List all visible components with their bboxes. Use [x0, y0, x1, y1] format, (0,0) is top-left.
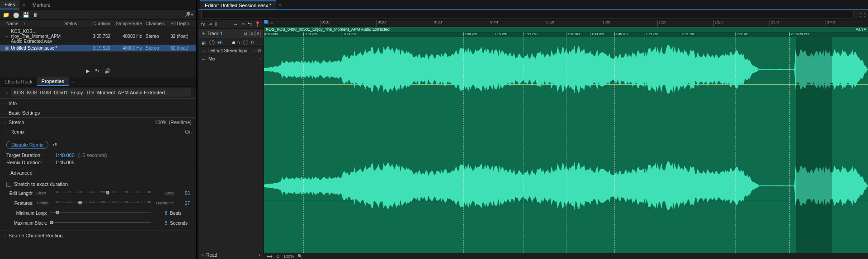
pan-icon: ⏺⦶: [231, 40, 241, 45]
track-name[interactable]: Track 1: [208, 31, 222, 36]
pan-value[interactable]: 0: [251, 40, 254, 45]
section-source-channel-routing[interactable]: ›Source Channel Routing: [0, 231, 196, 240]
file-row[interactable]: ▣ Untitled Session.sesx * 3:19.520 48000…: [0, 45, 196, 51]
tab-markers[interactable]: Markers: [28, 1, 55, 9]
track-io-chevron-icon[interactable]: …: [256, 40, 261, 45]
arm-record-button[interactable]: R: [255, 31, 261, 36]
stretch-exact-checkbox[interactable]: [6, 182, 11, 187]
tab-properties[interactable]: Properties: [37, 77, 69, 86]
tool-move-icon[interactable]: ↔: [233, 22, 238, 27]
delete-icon[interactable]: 🗑: [33, 12, 39, 18]
remix-seam: [796, 37, 796, 253]
mix-row[interactable]: ← Mix ›: [198, 55, 264, 63]
max-slack-value[interactable]: 5: [154, 221, 167, 226]
clip-marker[interactable]: 2:05.781: [681, 32, 694, 36]
play-icon[interactable]: ▶: [86, 68, 90, 74]
clip-marker[interactable]: 1:39.269: [590, 32, 604, 36]
eq-icon[interactable]: ⫴: [215, 21, 217, 27]
waveform-area[interactable]: [264, 37, 868, 253]
editor-panel: Editor: Untitled Session.sesx * ≡ ⛶ fx ⇥…: [198, 0, 868, 259]
editor-title-tab[interactable]: Editor: Untitled Session.sesx *: [200, 0, 276, 9]
zoom-reset-icon[interactable]: ⊙: [276, 254, 280, 259]
open-file-icon[interactable]: 📁: [3, 12, 9, 18]
section-info[interactable]: ›Info: [0, 98, 196, 108]
record-icon[interactable]: ⬤: [13, 12, 19, 18]
volume-value[interactable]: +0: [217, 40, 222, 45]
edit-length-value[interactable]: 56: [176, 191, 190, 196]
fullscreen-icon[interactable]: ⛶: [856, 12, 868, 18]
tool-cut-icon[interactable]: ✂: [241, 21, 245, 27]
volume-knob[interactable]: [209, 40, 215, 45]
min-loop-slider[interactable]: [50, 210, 151, 216]
send-icon[interactable]: ⇥: [208, 21, 212, 27]
ruler-units-label[interactable]: hms: [265, 20, 273, 25]
fx-icon[interactable]: fx: [201, 22, 205, 27]
automation-mode-row[interactable]: › Read ›: [198, 251, 264, 259]
files-search[interactable]: 🔎▾: [184, 12, 193, 18]
clip-marker[interactable]: 1:17.258: [524, 32, 537, 36]
clip-marker[interactable]: 0:00.000: [264, 32, 278, 36]
col-samplerate[interactable]: Sample Rate: [112, 21, 144, 27]
time-ruler[interactable]: hms 0:100:200:300:400:501:001:101:201:30…: [264, 20, 868, 27]
files-tab-menu-icon[interactable]: ≡: [19, 2, 28, 8]
input-row[interactable]: → Default Stereo Input › Ø: [198, 47, 264, 55]
clip-marker[interactable]: 0:25.781: [343, 32, 356, 36]
editor-address-row: ⛶: [198, 10, 868, 20]
clip-marker[interactable]: 1:00.768: [463, 32, 477, 36]
clip-marker[interactable]: 1:45.781: [614, 32, 628, 36]
zoom-level[interactable]: 100%: [283, 254, 294, 259]
autoplay-speaker-icon[interactable]: 🔊: [104, 68, 111, 74]
clip-label-bar[interactable]: KOS_KOS_0488_00501_Enjoy_The_Moment_APM …: [264, 27, 868, 32]
clip-marker[interactable]: 1:53.769: [645, 32, 658, 36]
properties-tab-menu-icon[interactable]: ≡: [69, 79, 77, 84]
pan-knob[interactable]: [243, 40, 249, 45]
clip-pan-dropdown[interactable]: Pan ▾: [855, 27, 866, 32]
section-advanced[interactable]: ⌄Advanced: [0, 168, 196, 177]
col-bitdepth[interactable]: Bit Depth: [169, 21, 193, 27]
file-row[interactable]: ↔ KOS_KOS…njoy_The_Moment_APM Audio Extr…: [0, 28, 196, 45]
zoom-in-icon[interactable]: 🔍: [297, 254, 302, 259]
tool-slip-icon[interactable]: ⇆: [248, 21, 252, 27]
editor-path-input[interactable]: [201, 11, 854, 19]
clip-marker[interactable]: 1:31.269: [566, 32, 580, 36]
add-track-icon[interactable]: ＋: [201, 30, 206, 37]
edit-length-slider[interactable]: 102030405060708090: [55, 190, 151, 196]
features-value[interactable]: 27: [176, 201, 190, 206]
features-slider[interactable]: 102030405060708090: [55, 200, 151, 206]
target-duration-value[interactable]: 1:40.000: [55, 153, 75, 158]
disable-remix-button[interactable]: Disable Remix: [6, 141, 48, 149]
save-file-icon[interactable]: 💾: [23, 12, 29, 18]
mix-chevron-icon[interactable]: ›: [259, 56, 261, 61]
tab-files[interactable]: Files: [0, 0, 19, 9]
zoom-out-horizontal-icon[interactable]: ⟷: [267, 254, 273, 259]
reset-remix-icon[interactable]: ↺: [53, 142, 57, 148]
marker-bar[interactable]: 0:00.0000:13.2690:25.7811:00.7681:09.258…: [264, 32, 868, 37]
tool-marker-icon[interactable]: 📍: [255, 21, 261, 27]
section-remix[interactable]: ⌄Remix On: [0, 127, 196, 136]
antiphase-icon[interactable]: Ø: [257, 48, 261, 53]
editor-tab-menu-icon[interactable]: ≡: [276, 2, 284, 8]
mixer-toolbar: fx ⇥ ⫴ ↔ ✂ ⇆ 📍: [198, 20, 264, 29]
clip-marker[interactable]: 2:21.781: [735, 32, 749, 36]
tab-effects-rack[interactable]: Effects Rack: [0, 78, 37, 86]
clip-name-row: ↔: [0, 87, 196, 98]
clip-marker[interactable]: 1:09.258: [494, 32, 507, 36]
section-stretch[interactable]: ›Stretch 100% (Realtime): [0, 117, 196, 127]
track-header[interactable]: ＋ Track 1 M S R: [198, 29, 264, 38]
clip-marker[interactable]: 0:13.269: [303, 32, 317, 36]
solo-button[interactable]: S: [249, 31, 255, 36]
col-name[interactable]: Name ↑: [3, 21, 62, 27]
clip-marker[interactable]: 2:38.261: [796, 32, 809, 36]
mute-button[interactable]: M: [243, 31, 248, 36]
loop-icon[interactable]: ↻: [95, 68, 99, 74]
col-duration[interactable]: Duration: [85, 21, 112, 27]
max-slack-slider[interactable]: [50, 220, 151, 226]
editor-header: Editor: Untitled Session.sesx * ≡: [198, 0, 868, 10]
clip-name-input[interactable]: [11, 88, 191, 97]
col-status[interactable]: Status: [62, 21, 85, 27]
section-basic-settings[interactable]: ›Basic Settings: [0, 108, 196, 117]
min-loop-value[interactable]: 8: [154, 211, 167, 216]
input-chevron-icon[interactable]: ›: [253, 48, 255, 53]
automation-chevron-icon[interactable]: ›: [259, 253, 260, 258]
col-channels[interactable]: Channels: [144, 21, 169, 27]
